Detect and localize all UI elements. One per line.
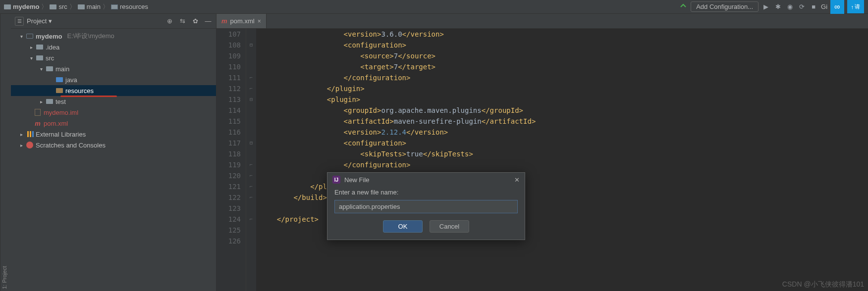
chevron-right-icon[interactable]: ▸ <box>19 143 24 148</box>
iml-file-icon <box>35 109 41 116</box>
filename-input[interactable] <box>334 200 518 213</box>
close-icon[interactable]: × <box>258 18 261 25</box>
breadcrumb[interactable]: mydemo 〉 src 〉 main 〉 resources <box>4 2 148 11</box>
scratch-icon <box>26 142 33 148</box>
cloud-icon: ∞ <box>834 2 840 11</box>
tree-resources[interactable]: resources <box>11 85 216 96</box>
tab-label: pom.xml <box>230 17 255 25</box>
chevron-right-icon: 〉 <box>69 2 76 11</box>
tree-label: pom.xml <box>44 120 68 127</box>
editor-tabs: m pom.xml × <box>217 14 868 29</box>
cancel-button[interactable]: Cancel <box>430 220 469 233</box>
tree-external-libraries[interactable]: ▸ External Libraries <box>11 129 216 140</box>
tree-scratches[interactable]: ▸ Scratches and Consoles <box>11 140 216 150</box>
chevron-right-icon[interactable]: ▸ <box>39 99 44 104</box>
watermark: CSDN @小飞侠彼得潘101 <box>782 280 864 289</box>
code-editor[interactable]: 1071081091101111121131141151161171181191… <box>217 29 868 291</box>
chevron-right-icon: 〉 <box>41 2 48 11</box>
breadcrumb-main[interactable]: main <box>87 3 101 10</box>
tree-label: resources <box>65 87 94 95</box>
chevron-right-icon: 〉 <box>103 2 109 11</box>
close-icon[interactable]: ✕ <box>514 176 520 184</box>
chevron-down-icon[interactable]: ▾ <box>29 55 34 61</box>
navigation-bar: mydemo 〉 src 〉 main 〉 resources Add Conf… <box>0 0 868 14</box>
share-action[interactable]: ↑请 <box>847 0 865 13</box>
breadcrumb-resources[interactable]: resources <box>120 3 148 10</box>
folder-icon <box>78 4 85 9</box>
git-label[interactable]: Gi <box>821 3 827 10</box>
panel-view-icon[interactable]: ☰ <box>15 17 24 26</box>
line-gutter: 1071081091101111121131141151161171181191… <box>217 29 246 291</box>
tree-label: .idea <box>46 44 59 51</box>
build-icon[interactable] <box>679 2 688 11</box>
project-panel-header: ☰ Project ▾ ⊕ ⇆ ✿ — <box>11 14 216 29</box>
dialog-titlebar[interactable]: IJ New File ✕ <box>327 173 525 187</box>
gear-icon[interactable]: ✿ <box>191 17 199 25</box>
breadcrumb-src[interactable]: src <box>58 3 67 10</box>
tree-label: test <box>55 98 66 105</box>
tree-label: main <box>55 65 69 73</box>
select-opened-icon[interactable]: ⊕ <box>165 17 173 25</box>
tab-pom[interactable]: m pom.xml × <box>217 14 267 28</box>
panel-title[interactable]: Project <box>27 17 47 25</box>
breadcrumb-root[interactable]: mydemo <box>13 3 39 10</box>
tree-test[interactable]: ▸ test <box>11 96 216 107</box>
debug-icon[interactable]: ✱ <box>773 2 782 11</box>
profile-icon[interactable]: ⟳ <box>797 2 806 11</box>
project-icon <box>26 34 33 39</box>
folder-icon <box>36 55 43 60</box>
chevron-right-icon[interactable]: ▸ <box>29 45 34 50</box>
tree-src[interactable]: ▾ src <box>11 52 216 63</box>
stop-icon[interactable]: ■ <box>809 2 818 11</box>
coverage-icon[interactable]: ◉ <box>785 2 794 11</box>
project-tree[interactable]: ▾ mydemo E:\毕设\mydemo ▸ .idea ▾ src ▾ ma… <box>11 29 216 291</box>
tree-pom[interactable]: m pom.xml <box>11 118 216 129</box>
expand-all-icon[interactable]: ⇆ <box>178 17 186 25</box>
folder-icon <box>46 99 53 104</box>
chevron-down-icon[interactable]: ▾ <box>19 34 24 39</box>
tree-java[interactable]: java <box>11 74 216 85</box>
add-configuration-button[interactable]: Add Configuration... <box>691 1 759 12</box>
tree-main[interactable]: ▾ main <box>11 63 216 74</box>
tree-label: mydemo <box>36 33 62 40</box>
source-folder-icon <box>56 77 63 82</box>
editor-area: m pom.xml × 1071081091101111121131141151… <box>217 14 868 291</box>
tree-iml[interactable]: mydemo.iml <box>11 107 216 118</box>
maven-icon: m <box>221 17 227 25</box>
chevron-right-icon[interactable]: ▸ <box>19 132 24 137</box>
resources-folder-icon <box>111 4 118 9</box>
chevron-down-icon[interactable]: ▾ <box>49 17 52 25</box>
library-icon <box>26 131 33 137</box>
maven-icon: m <box>34 120 42 127</box>
share-button[interactable]: ∞ <box>830 0 844 14</box>
folder-icon <box>50 4 56 9</box>
project-tool-tab[interactable]: 1: Project <box>0 14 11 291</box>
tree-label: Scratches and Consoles <box>36 142 106 149</box>
tree-idea[interactable]: ▸ .idea <box>11 42 216 52</box>
project-icon <box>4 4 11 9</box>
chevron-down-icon[interactable]: ▾ <box>39 66 44 72</box>
dialog-prompt: Enter a new file name: <box>334 189 518 196</box>
tree-project-root[interactable]: ▾ mydemo E:\毕设\mydemo <box>11 31 216 42</box>
new-file-dialog: IJ New File ✕ Enter a new file name: OK … <box>327 172 525 240</box>
ok-button[interactable]: OK <box>383 220 423 233</box>
intellij-icon: IJ <box>332 176 340 184</box>
dialog-title: New File <box>344 176 370 184</box>
share-label: ↑ <box>851 4 854 10</box>
tree-label: src <box>46 54 54 62</box>
project-tool-window: ☰ Project ▾ ⊕ ⇆ ✿ — ▾ mydemo E:\毕设\mydem… <box>11 14 217 291</box>
resources-folder-icon <box>56 88 63 93</box>
tree-label: java <box>65 76 77 84</box>
run-icon[interactable]: ▶ <box>761 2 770 11</box>
fold-gutter: ⊟⌐⌐⊟⊟⌐⌐⌐⌐⌐ <box>246 29 256 291</box>
folder-icon <box>36 45 43 49</box>
folder-icon <box>46 66 53 71</box>
hide-icon[interactable]: — <box>204 17 212 25</box>
tree-label: External Libraries <box>36 131 86 138</box>
code-content[interactable]: <version>3.6.0</version> <configuration>… <box>256 29 868 291</box>
tree-label: mydemo.iml <box>44 109 78 116</box>
tree-path: E:\毕设\mydemo <box>67 32 114 41</box>
